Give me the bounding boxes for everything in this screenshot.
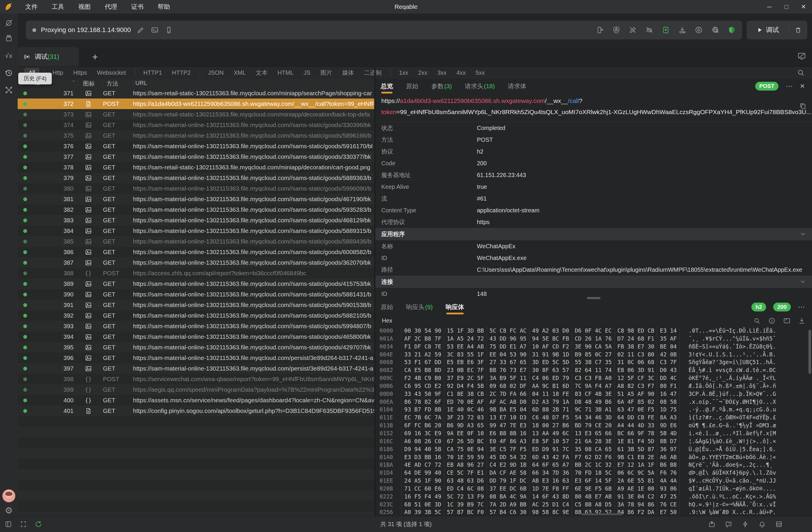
bug-off-icon[interactable] bbox=[646, 26, 653, 34]
table-row[interactable]: 391GEThttps://sam-material-online-130211… bbox=[18, 300, 374, 310]
horizontal-splitter-handle[interactable] bbox=[587, 297, 600, 299]
column-method[interactable]: 方法 bbox=[106, 80, 118, 88]
menu-item[interactable]: 帮助 bbox=[151, 3, 177, 10]
filter-xml[interactable]: XML bbox=[229, 68, 250, 78]
new-tab-button[interactable]: + bbox=[88, 49, 102, 64]
filter-https[interactable]: Https bbox=[69, 68, 91, 78]
table-row[interactable]: 388{}POSThttps://access.zhls.qq.com/api/… bbox=[18, 268, 374, 279]
more-options-icon[interactable]: ⋯ bbox=[785, 83, 793, 90]
filter-http1[interactable]: HTTP1 bbox=[139, 68, 166, 78]
request-tab[interactable]: 请求体 bbox=[508, 79, 526, 93]
ssl-lock-icon[interactable] bbox=[612, 26, 620, 34]
vertical-scrollbar[interactable] bbox=[809, 330, 811, 374]
response-tab[interactable]: 原始 bbox=[381, 300, 393, 314]
filter-5xx[interactable]: 5xx bbox=[471, 68, 489, 78]
filter-文本[interactable]: 文本 bbox=[251, 67, 272, 78]
proxy-address-bar[interactable]: Proxying on 192.168.1.14:9000 bbox=[26, 20, 742, 40]
request-tab[interactable]: 请求头(18) bbox=[465, 79, 495, 93]
more-options-icon[interactable]: ⋯ bbox=[798, 304, 805, 311]
close-button[interactable]: ✕ bbox=[795, 0, 812, 14]
table-row[interactable]: 385GEThttps://sam-material-online-130211… bbox=[18, 236, 374, 247]
table-row[interactable]: 386GEThttps://sam-material-online-130211… bbox=[18, 247, 374, 257]
column-icon[interactable]: 图标 bbox=[83, 80, 95, 88]
close-detail-icon[interactable]: ✕ bbox=[800, 83, 805, 90]
table-row[interactable]: 390GEThttps://sam-material-online-130211… bbox=[18, 289, 374, 300]
table-row[interactable]: 378GEThttps://sam-retail-static-13021153… bbox=[18, 162, 374, 173]
filter-html[interactable]: HTML bbox=[273, 68, 298, 78]
filter-2xx[interactable]: 2xx bbox=[414, 68, 432, 78]
request-tab[interactable]: 原始 bbox=[406, 79, 418, 93]
log-list-icon[interactable] bbox=[775, 520, 783, 528]
column-url[interactable]: URL bbox=[135, 80, 147, 87]
table-row[interactable]: 395GEThttps://sam-material-online-130211… bbox=[18, 342, 374, 353]
script-icon[interactable] bbox=[662, 26, 670, 34]
minimize-button[interactable]: ─ bbox=[761, 0, 778, 14]
export-icon[interactable] bbox=[708, 520, 715, 528]
filter-websocket[interactable]: Websocket bbox=[93, 68, 131, 78]
traffic-globe-icon[interactable] bbox=[5, 19, 13, 27]
table-row[interactable]: 372POSThttps://a1da4b0d3-wx62112590b6350… bbox=[18, 99, 374, 109]
table-row[interactable]: 371GEThttps://sam-retail-static-13021153… bbox=[18, 88, 374, 99]
record-drop-icon[interactable] bbox=[695, 26, 702, 34]
tab-debug-session[interactable]: 调试(31) bbox=[18, 47, 79, 66]
table-row[interactable]: 398{}POSThttps://servicewechat.com/wxa-q… bbox=[18, 374, 374, 384]
request-tab[interactable]: 总览 bbox=[381, 79, 393, 93]
table-row[interactable]: 399{}GEThttps://aegis.qq.com/speed/miniP… bbox=[18, 384, 374, 395]
table-row[interactable]: 387GEThttps://sam-material-online-130211… bbox=[18, 257, 374, 268]
table-row[interactable]: 375GEThttps://sam-material-online-130211… bbox=[18, 130, 374, 141]
compose-off-icon[interactable] bbox=[629, 26, 637, 34]
menu-item[interactable]: 证书 bbox=[124, 3, 151, 10]
start-debug-button[interactable]: 调试 bbox=[747, 25, 789, 35]
table-row[interactable]: 374GEThttps://sam-material-online-130211… bbox=[18, 120, 374, 130]
table-row[interactable]: 381GEThttps://sam-material-online-130211… bbox=[18, 194, 374, 204]
table-row[interactable]: 377GEThttps://sam-material-online-130211… bbox=[18, 151, 374, 162]
hex-viewer[interactable]: 000000 30 54 9015 1F 3D BB5C C8 FC AC49 … bbox=[375, 327, 812, 516]
mobile-disconnect-icon[interactable] bbox=[596, 26, 604, 34]
tools-icon[interactable] bbox=[5, 86, 13, 94]
collection-drawer-icon[interactable] bbox=[5, 34, 13, 42]
table-row[interactable]: 383GEThttps://sam-material-online-130211… bbox=[18, 215, 374, 225]
horizontal-scrollbar[interactable] bbox=[581, 513, 623, 515]
copy-url-icon[interactable] bbox=[799, 102, 807, 110]
table-row[interactable]: 384GEThttps://sam-material-online-130211… bbox=[18, 225, 374, 236]
filter-媒体[interactable]: 媒体 bbox=[338, 67, 358, 78]
table-row[interactable]: 379GEThttps://sam-material-online-130211… bbox=[18, 173, 374, 183]
auto-refresh-icon[interactable] bbox=[35, 520, 42, 528]
menu-item[interactable]: 工具 bbox=[45, 3, 71, 10]
table-row[interactable]: 400{}GEThttps://assets.msn.cn/service/ne… bbox=[18, 395, 374, 405]
filter-3xx[interactable]: 3xx bbox=[433, 68, 451, 78]
request-tab[interactable]: 参数(3) bbox=[431, 79, 452, 93]
monitor-off-icon[interactable] bbox=[797, 52, 806, 61]
preview-panel-icon[interactable] bbox=[783, 317, 791, 324]
network-off-icon[interactable] bbox=[711, 26, 719, 34]
response-tab[interactable]: 响应头(9) bbox=[406, 300, 433, 314]
filter-js[interactable]: JS bbox=[299, 68, 315, 78]
clear-session-button[interactable] bbox=[789, 27, 807, 33]
table-row[interactable]: 401GEThttps://config.pinyin.sogou.com/ap… bbox=[18, 405, 374, 416]
mobile-device-icon[interactable] bbox=[165, 26, 173, 34]
maximize-button[interactable]: □ bbox=[778, 0, 795, 14]
toggle-panel-icon[interactable] bbox=[5, 520, 12, 528]
search-icon[interactable] bbox=[753, 317, 760, 324]
menu-item[interactable]: 视图 bbox=[71, 3, 98, 10]
search-icon[interactable] bbox=[797, 69, 805, 77]
table-row[interactable]: 396GEThttps://sam-material-online-130211… bbox=[18, 353, 374, 363]
response-tab[interactable]: 响应体 bbox=[446, 300, 464, 314]
terminal-icon[interactable] bbox=[151, 26, 159, 34]
table-row[interactable]: 397GEThttps://sam-material-online-130211… bbox=[18, 363, 374, 374]
table-row[interactable]: 394GEThttps://sam-material-online-130211… bbox=[18, 331, 374, 342]
table-row[interactable]: 376GEThttps://sam-material-online-130211… bbox=[18, 141, 374, 151]
section-application[interactable]: 应用程序 bbox=[375, 228, 812, 240]
sort-asc-icon[interactable]: ⌃ bbox=[72, 80, 76, 85]
table-row[interactable]: 373GEThttps://sam-retail-static-13021153… bbox=[18, 109, 374, 120]
history-icon[interactable] bbox=[5, 69, 13, 77]
rewrite-formula-icon[interactable]: √x bbox=[5, 52, 12, 59]
menu-item[interactable]: 文件 bbox=[18, 3, 45, 10]
selection-brackets-icon[interactable] bbox=[20, 520, 27, 528]
filter-1xx[interactable]: 1xx bbox=[394, 68, 412, 78]
filter-图片[interactable]: 图片 bbox=[316, 67, 336, 78]
filter-json[interactable]: JSON bbox=[204, 68, 228, 78]
download-icon[interactable] bbox=[798, 317, 806, 324]
table-row[interactable]: 393GEThttps://sam-material-online-130211… bbox=[18, 321, 374, 331]
security-shield-icon[interactable] bbox=[728, 26, 736, 34]
